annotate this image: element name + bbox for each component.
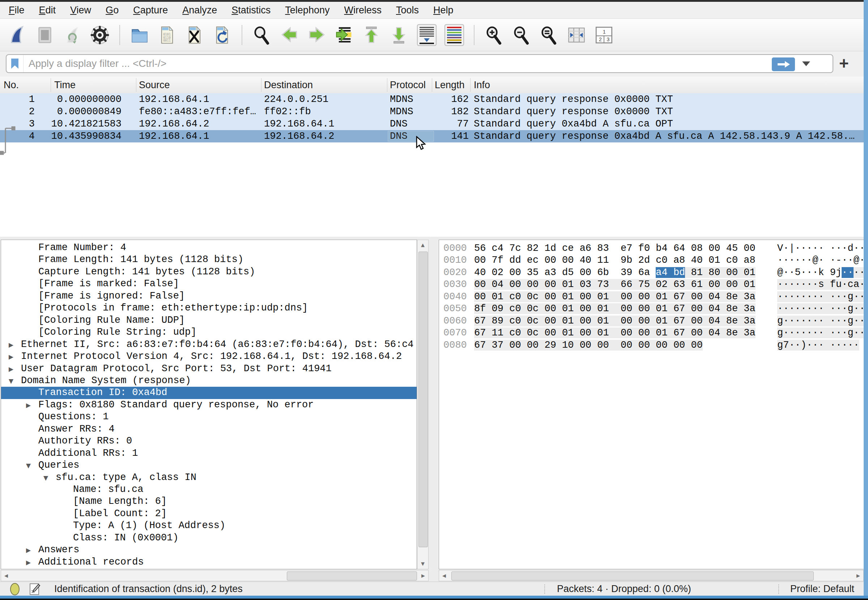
- plain-ascii[interactable]: ······@· ·-··@···: [777, 255, 868, 266]
- menu-capture[interactable]: Capture: [133, 5, 168, 16]
- expander-collapsed-icon[interactable]: ▶: [9, 351, 14, 363]
- field-ascii[interactable]: g7··)··· ·····: [777, 340, 859, 351]
- hex-row[interactable]: 002040 02 00 35 a3 d5 00 6b 39 6a a4 bd …: [439, 267, 868, 279]
- column-header-time[interactable]: Time: [54, 80, 76, 91]
- hex-bytes[interactable]: 40 02 00 35 a3 d5 00 6b 39 6a a4 bd 81 8…: [474, 267, 756, 279]
- menu-telephony[interactable]: Telephony: [285, 5, 329, 16]
- field-bytes[interactable]: 67 37 00 00 29 10 00 00 00 00 00 00 00: [474, 340, 703, 351]
- packet-row[interactable]: 410.435990834192.168.64.1192.168.64.2DNS…: [0, 130, 868, 142]
- save-file-button[interactable]: 010101100011: [157, 23, 177, 47]
- detail-line[interactable]: Authority RRs: 0: [1, 435, 417, 447]
- hex-bytes[interactable]: 8f 09 c0 0c 00 01 00 01 00 00 01 67 00 0…: [474, 303, 756, 315]
- detail-line[interactable]: [Name Length: 6]: [1, 495, 417, 508]
- ascii-column[interactable]: g······· ···g··:: [777, 315, 868, 327]
- scroll-left-arrow[interactable]: ◀: [439, 570, 449, 581]
- field-ascii[interactable]: ········ ···g··:: [777, 291, 868, 302]
- hex-row[interactable]: 003000 04 00 00 00 01 03 73 66 75 02 63 …: [439, 279, 868, 291]
- close-file-button[interactable]: [184, 23, 205, 47]
- packet-row[interactable]: 20.000000849fe80::a483:e7ff:fef…ff02::fb…: [0, 106, 868, 118]
- go-back-button[interactable]: [279, 23, 299, 47]
- detail-line[interactable]: [Protocols in frame: eth:ethertype:ip:ud…: [1, 302, 417, 314]
- find-packet-button[interactable]: [252, 23, 272, 47]
- packet-row[interactable]: 10.000000000192.168.64.1224.0.0.251MDNS1…: [0, 93, 868, 106]
- filter-bookmark-icon[interactable]: [6, 55, 24, 72]
- detail-line[interactable]: Capture Length: 141 bytes (1128 bits): [1, 266, 417, 278]
- ascii-column[interactable]: @··5···k 9j······: [777, 267, 868, 279]
- details-horizontal-scrollbar[interactable]: ◀ ▶: [1, 570, 429, 581]
- column-header-source[interactable]: Source: [139, 80, 170, 91]
- field-bytes[interactable]: 67 11 c0 0c 00 01 00 01 00 00 01 67 00 0…: [474, 327, 756, 338]
- zoom-out-button[interactable]: [511, 23, 532, 47]
- go-first-button[interactable]: [362, 23, 382, 47]
- reload-file-button[interactable]: [212, 23, 232, 47]
- field-ascii[interactable]: ·······s fu·ca···: [777, 279, 868, 290]
- start-capture-button[interactable]: [7, 23, 27, 47]
- detail-line[interactable]: ▶User Datagram Protocol, Src Port: 53, D…: [1, 363, 417, 375]
- column-separator[interactable]: [136, 78, 137, 92]
- hex-bytes[interactable]: 00 01 c0 0c 00 01 00 01 00 00 01 67 00 0…: [474, 291, 756, 303]
- hex-row[interactable]: 000056 c4 7c 82 1d ce a6 83 e7 f0 b4 64 …: [439, 242, 868, 255]
- ascii-column[interactable]: g7··)··· ·····: [777, 339, 859, 352]
- packet-list-header[interactable]: No.TimeSourceDestinationProtocolLengthIn…: [0, 77, 868, 94]
- column-separator[interactable]: [470, 78, 470, 92]
- ascii-column[interactable]: ········ ···g··:: [777, 291, 868, 303]
- go-to-packet-button[interactable]: [334, 23, 354, 47]
- hex-row[interactable]: 00508f 09 c0 0c 00 01 00 01 00 00 01 67 …: [439, 303, 868, 315]
- ascii-column[interactable]: ······@· ·-··@···: [777, 255, 868, 267]
- detail-line[interactable]: ▶Answers: [1, 544, 417, 556]
- hex-row[interactable]: 007067 11 c0 0c 00 01 00 01 00 00 01 67 …: [439, 327, 868, 339]
- display-filter-input[interactable]: [24, 58, 833, 70]
- colorize-button[interactable]: [444, 23, 464, 47]
- field-ascii[interactable]: ········ ···g··:: [777, 303, 868, 314]
- hex-row[interactable]: 004000 01 c0 0c 00 01 00 01 00 00 01 67 …: [439, 291, 868, 303]
- field-bytes[interactable]: 8f 09 c0 0c 00 01 00 01 00 00 01 67 00 0…: [474, 303, 756, 314]
- detail-line[interactable]: Name: sfu.ca: [1, 483, 417, 496]
- restart-capture-button[interactable]: [62, 23, 82, 47]
- menu-file[interactable]: File: [9, 5, 24, 16]
- display-filter-box[interactable]: [6, 54, 833, 73]
- column-separator[interactable]: [51, 78, 51, 92]
- auto-scroll-button[interactable]: [417, 23, 437, 47]
- scroll-right-arrow[interactable]: ▶: [853, 570, 863, 581]
- detail-line[interactable]: Frame Length: 141 bytes (1128 bits): [1, 254, 417, 266]
- detail-line[interactable]: ▶Additional records: [1, 556, 417, 568]
- zoom-in-button[interactable]: [484, 23, 504, 47]
- plain-bytes[interactable]: 00 7f dd ec 00 00 40 11 9b 2d c0 a8 40 0…: [474, 255, 756, 266]
- expander-expanded-icon[interactable]: ▼: [26, 460, 31, 472]
- status-profile[interactable]: Profile: Default: [790, 583, 854, 595]
- column-header-destination[interactable]: Destination: [264, 80, 313, 91]
- column-header-protocol[interactable]: Protocol: [390, 80, 426, 91]
- packet-details-pane[interactable]: Frame Number: 4Frame Length: 141 bytes (…: [1, 239, 417, 569]
- detail-line[interactable]: ▼Queries: [1, 459, 417, 472]
- selected-bytes[interactable]: a4 bd: [656, 267, 685, 278]
- packet-row[interactable]: 310.421821583192.168.64.2192.168.64.1DNS…: [0, 118, 868, 130]
- hex-row[interactable]: 001000 7f dd ec 00 00 40 11 9b 2d c0 a8 …: [439, 255, 868, 267]
- expert-info-icon[interactable]: [9, 583, 20, 597]
- plain-ascii[interactable]: V·|····· ···d··E·: [777, 243, 868, 254]
- detail-line[interactable]: ▶Ethernet II, Src: a6:83:e7:f0:b4:64 (a6…: [1, 339, 417, 351]
- ascii-column[interactable]: g······· ···g··:: [777, 327, 868, 339]
- field-bytes[interactable]: 67 89 c0 0c 00 01 00 01 00 00 01 67 00 0…: [474, 315, 756, 326]
- menu-help[interactable]: Help: [433, 5, 454, 16]
- bytes-hscroll-thumb[interactable]: [451, 571, 814, 580]
- menu-edit[interactable]: Edit: [39, 5, 56, 16]
- go-last-button[interactable]: [389, 23, 410, 47]
- column-header-info[interactable]: Info: [474, 80, 490, 91]
- field-ascii[interactable]: g······· ···g··:: [777, 327, 868, 338]
- detail-line[interactable]: ▶Flags: 0x8180 Standard query response, …: [1, 399, 417, 411]
- details-vscroll-thumb[interactable]: [419, 252, 428, 547]
- expander-collapsed-icon[interactable]: ▶: [9, 363, 14, 375]
- scroll-down-arrow[interactable]: ▼: [417, 559, 428, 569]
- packet-bytes-pane[interactable]: 000056 c4 7c 82 1d ce a6 83 e7 f0 b4 64 …: [439, 239, 868, 569]
- stop-capture-button[interactable]: [35, 23, 55, 47]
- detail-line[interactable]: Transaction ID: 0xa4bd: [1, 387, 417, 399]
- detail-line[interactable]: Questions: 1: [1, 411, 417, 423]
- hex-bytes[interactable]: 67 11 c0 0c 00 01 00 01 00 00 01 67 00 0…: [474, 327, 756, 339]
- detail-line[interactable]: [Frame is ignored: False]: [1, 290, 417, 303]
- scroll-left-arrow[interactable]: ◀: [1, 570, 11, 581]
- filter-dropdown-caret[interactable]: [802, 61, 810, 66]
- hex-bytes[interactable]: 67 89 c0 0c 00 01 00 01 00 00 01 67 00 0…: [474, 315, 756, 327]
- detail-line[interactable]: Type: A (1) (Host Address): [1, 520, 417, 532]
- hex-bytes[interactable]: 56 c4 7c 82 1d ce a6 83 e7 f0 b4 64 08 0…: [474, 242, 756, 255]
- detail-line[interactable]: ▶Internet Protocol Version 4, Src: 192.1…: [1, 351, 417, 363]
